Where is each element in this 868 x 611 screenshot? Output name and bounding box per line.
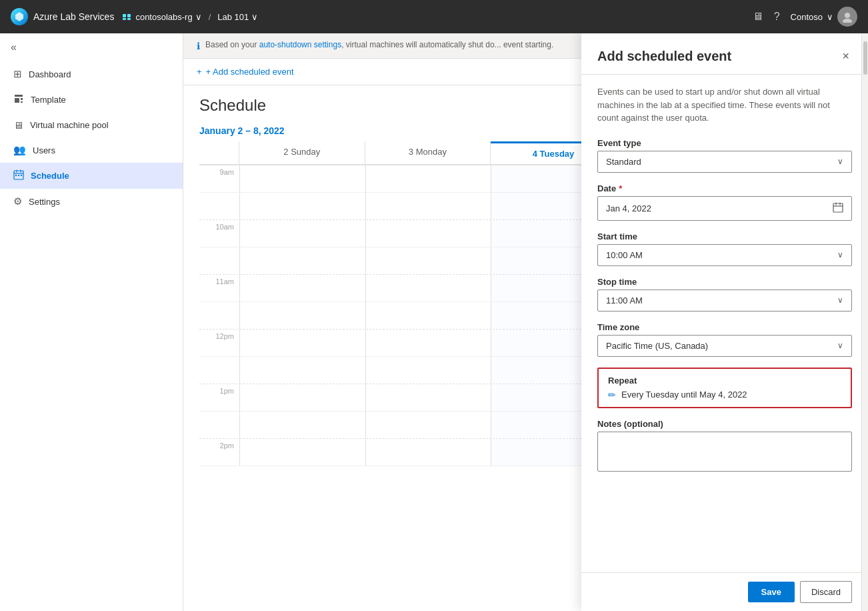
app-body: « ⊞ Dashboard Template 🖥 Virtual machine… — [0, 33, 868, 611]
calendar-icon — [833, 202, 843, 215]
sidebar-item-dashboard[interactable]: ⊞ Dashboard — [0, 61, 183, 87]
repeat-box: Repeat ✏ Every Tuesday until May 4, 2022 — [597, 368, 852, 408]
info-icon: ℹ — [197, 41, 200, 51]
save-button[interactable]: Save — [748, 582, 795, 602]
vm-pool-icon: 🖥 — [13, 119, 23, 131]
date-input[interactable]: Jan 4, 2022 — [597, 196, 852, 221]
cal-cell — [365, 302, 491, 329]
cal-cell — [365, 275, 491, 301]
repeat-value-row: ✏ Every Tuesday until May 4, 2022 — [608, 390, 841, 400]
stop-time-field: Stop time 11:00 AM ∨ — [597, 277, 852, 312]
pencil-icon[interactable]: ✏ — [608, 390, 616, 400]
brand-name: Azure Lab Services — [33, 11, 114, 22]
time-column-header — [199, 141, 239, 164]
template-icon — [13, 93, 24, 106]
resource-group-name: contosolabs-rg — [135, 12, 192, 22]
start-time-chevron-icon: ∨ — [837, 250, 843, 259]
cal-cell — [365, 247, 491, 274]
svg-rect-1 — [127, 14, 131, 17]
notes-textarea[interactable] — [597, 432, 852, 472]
timezone-value: Pacific Time (US, Canada) — [606, 341, 708, 351]
stop-time-value: 11:00 AM — [606, 295, 643, 306]
auto-shutdown-link[interactable]: auto-shutdown settings — [259, 40, 341, 49]
svg-rect-7 — [15, 175, 17, 176]
time-empty — [199, 193, 239, 219]
cal-cell — [365, 384, 491, 411]
repeat-value: Every Tuesday until May 4, 2022 — [621, 390, 747, 400]
panel-description: Events can be used to start up and/or sh… — [597, 85, 852, 125]
sidebar: « ⊞ Dashboard Template 🖥 Virtual machine… — [0, 33, 183, 611]
time-11am: 11am — [199, 275, 239, 301]
svg-rect-8 — [18, 175, 19, 176]
panel-close-button[interactable]: × — [839, 47, 852, 66]
lab-breadcrumb[interactable]: Lab 101 ∨ — [217, 12, 258, 22]
help-icon[interactable]: ? — [774, 11, 780, 23]
sidebar-item-settings[interactable]: ⚙ Settings — [0, 189, 183, 214]
svg-rect-10 — [833, 203, 843, 212]
stop-time-label: Stop time — [597, 277, 852, 287]
start-time-select[interactable]: 10:00 AM ∨ — [597, 244, 852, 266]
sidebar-item-label: Template — [31, 95, 66, 105]
brand-logo[interactable]: Azure Lab Services — [11, 8, 114, 25]
sidebar-item-schedule[interactable]: Schedule — [0, 163, 183, 189]
cal-cell — [365, 330, 491, 356]
required-indicator: * — [619, 183, 622, 193]
event-type-value: Standard — [606, 157, 641, 167]
start-time-field: Start time 10:00 AM ∨ — [597, 231, 852, 266]
cal-cell — [239, 439, 365, 466]
cal-cell — [239, 165, 365, 192]
panel-scroll-area: Events can be used to start up and/or sh… — [581, 75, 868, 572]
monitor-icon[interactable]: 🖥 — [753, 11, 763, 23]
sidebar-nav: ⊞ Dashboard Template 🖥 Virtual machine p… — [0, 61, 183, 214]
user-menu[interactable]: Contoso ∨ — [791, 7, 857, 27]
time-empty — [199, 357, 239, 384]
timezone-select[interactable]: Pacific Time (US, Canada) ∨ — [597, 335, 852, 357]
cal-cell — [239, 247, 365, 274]
cal-cell — [239, 330, 365, 356]
cal-cell — [239, 384, 365, 411]
add-scheduled-event-button[interactable]: + + Add scheduled event — [197, 67, 294, 77]
user-name: Contoso — [791, 12, 823, 22]
panel-title: Add scheduled event — [597, 49, 731, 64]
add-scheduled-event-panel: Add scheduled event × Events can be used… — [581, 33, 868, 611]
notes-field: Notes (optional) — [597, 419, 852, 474]
cal-cell — [365, 439, 491, 466]
resource-group-breadcrumb[interactable]: contosolabs-rg ∨ — [122, 12, 201, 22]
top-navigation: Azure Lab Services contosolabs-rg ∨ / La… — [0, 0, 868, 33]
lab-chevron-icon: ∨ — [251, 12, 258, 22]
info-text: Based on your auto-shutdown settings, vi… — [205, 40, 553, 49]
date-label: Date * — [597, 183, 852, 193]
timezone-field: Time zone Pacific Time (US, Canada) ∨ — [597, 322, 852, 357]
sidebar-collapse-button[interactable]: « — [0, 33, 183, 61]
settings-icon: ⚙ — [13, 195, 22, 207]
svg-rect-9 — [21, 175, 22, 176]
stop-time-select[interactable]: 11:00 AM ∨ — [597, 289, 852, 312]
cal-cell — [239, 412, 365, 438]
event-type-chevron-icon: ∨ — [837, 157, 843, 166]
notes-label: Notes (optional) — [597, 419, 852, 429]
logo-icon — [11, 8, 28, 25]
time-2pm: 2pm — [199, 439, 239, 466]
discard-button[interactable]: Discard — [800, 581, 852, 603]
cal-cell — [365, 412, 491, 438]
panel-scrollbar[interactable] — [861, 33, 868, 611]
cal-header-sunday: 2 Sunday — [239, 141, 365, 164]
sidebar-item-vm-pool[interactable]: 🖥 Virtual machine pool — [0, 113, 183, 137]
date-value: Jan 4, 2022 — [606, 203, 651, 213]
time-1pm: 1pm — [199, 384, 239, 411]
time-10am: 10am — [199, 220, 239, 247]
timezone-label: Time zone — [597, 322, 852, 332]
add-event-label: + Add scheduled event — [206, 67, 294, 77]
panel-footer: Save Discard — [581, 572, 868, 611]
avatar — [837, 7, 857, 27]
sidebar-item-users[interactable]: 👥 Users — [0, 137, 183, 163]
cal-cell — [365, 220, 491, 247]
event-type-label: Event type — [597, 138, 852, 148]
user-chevron-icon: ∨ — [827, 12, 833, 22]
event-type-select[interactable]: Standard ∨ — [597, 151, 852, 173]
svg-rect-0 — [123, 14, 126, 17]
breadcrumb: contosolabs-rg ∨ / Lab 101 ∨ — [122, 12, 258, 22]
sidebar-item-label: Settings — [29, 197, 60, 207]
cal-cell — [365, 357, 491, 384]
sidebar-item-template[interactable]: Template — [0, 87, 183, 113]
